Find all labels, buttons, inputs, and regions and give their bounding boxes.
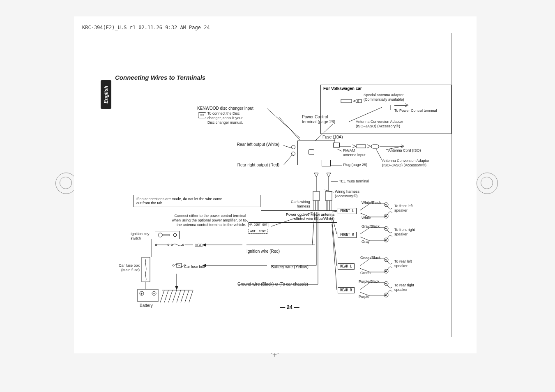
page-number: — 24 — — [115, 304, 464, 310]
svg-line-75 — [332, 211, 337, 212]
svg-text:+: + — [385, 214, 387, 218]
svg-text:−: − — [385, 203, 387, 207]
svg-text:+: + — [385, 238, 387, 242]
svg-line-78 — [332, 224, 337, 290]
svg-text:−: − — [385, 258, 387, 262]
section-title: Connecting Wires to Terminals — [115, 74, 464, 82]
svg-text:+: + — [385, 293, 387, 297]
print-header: KRC-394(E2)_U.S r1 02.11.26 9:32 AM Page… — [82, 25, 210, 30]
svg-text:−: − — [385, 227, 387, 231]
wiring-diagram: For Volkswagen car Special antenna adapt… — [115, 85, 464, 323]
language-tab: English — [101, 80, 111, 109]
page: KRC-394(E2)_U.S r1 02.11.26 9:32 AM Page… — [74, 16, 477, 353]
svg-text:−: − — [385, 282, 387, 286]
svg-text:+: + — [385, 270, 387, 273]
